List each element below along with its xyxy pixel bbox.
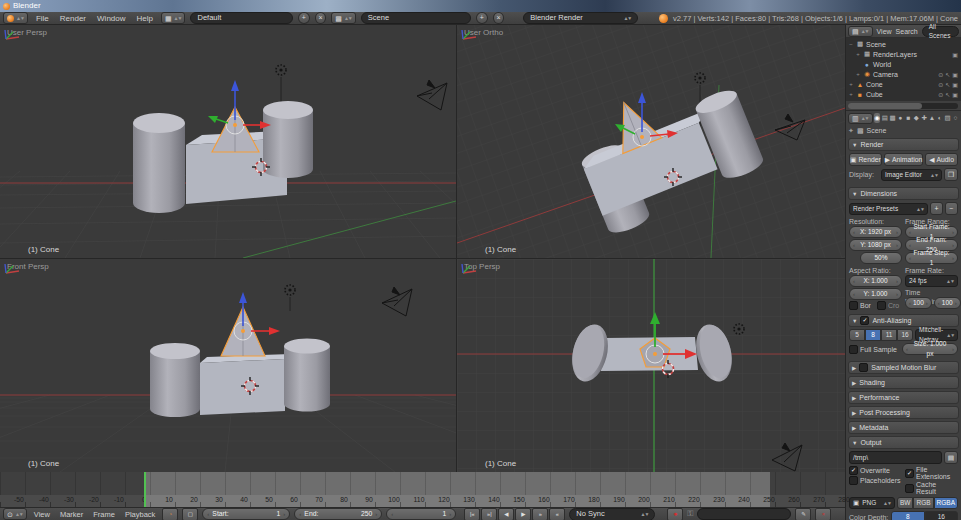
- auto-keyframe-record-button[interactable]: ●: [667, 508, 683, 520]
- right-cylinder-object[interactable]: [263, 101, 313, 178]
- lock-frame-toggle-icon[interactable]: ▢: [182, 508, 198, 520]
- end-frame-field[interactable]: ‹ End:250 ›: [294, 508, 382, 520]
- camera-object[interactable]: [417, 80, 447, 110]
- play-button[interactable]: ▶: [515, 508, 531, 520]
- current-frame-field[interactable]: ‹ 1 ›: [386, 508, 456, 520]
- render-button[interactable]: ▣Render: [849, 153, 882, 166]
- scene-delete-button[interactable]: ×: [493, 12, 505, 24]
- tab-modifiers-icon[interactable]: ✚: [921, 113, 928, 123]
- outliner-item-cube[interactable]: + ■ Cube ⊙↖▣: [846, 89, 961, 99]
- outliner-scrollbar[interactable]: [848, 103, 958, 109]
- camera-object[interactable]: [382, 287, 412, 316]
- scene-thumbnail-icon[interactable]: ▩▲▼: [331, 12, 356, 24]
- tab-object-icon[interactable]: ■: [905, 113, 912, 123]
- mini-axis-gizmo[interactable]: [0, 25, 22, 45]
- timeline-menu-marker[interactable]: Marker: [57, 510, 86, 519]
- expand-icon[interactable]: +: [848, 81, 854, 87]
- frame-step-field[interactable]: ‹Frame Step: 1›: [905, 252, 958, 264]
- timeline-menu-frame[interactable]: Frame: [90, 510, 118, 519]
- timeline-menu-playback[interactable]: Playback: [122, 510, 158, 519]
- outliner-filter-dropdown[interactable]: All Scenes: [922, 26, 959, 37]
- panel-header-dimensions[interactable]: ▼Dimensions: [848, 187, 959, 200]
- remap-old-field[interactable]: ‹100›: [905, 297, 932, 309]
- current-frame-playhead[interactable]: [144, 472, 146, 507]
- scene-selector[interactable]: Scene: [361, 12, 471, 24]
- panel-header-performance[interactable]: ▶Performance: [848, 391, 959, 404]
- preset-remove-button[interactable]: −: [945, 202, 958, 215]
- channels-bw[interactable]: BW: [897, 497, 913, 509]
- mini-axis-gizmo[interactable]: [0, 259, 22, 279]
- channels-rgb[interactable]: RGB: [913, 497, 933, 509]
- new-window-icon[interactable]: ❐: [944, 168, 958, 181]
- depth-8[interactable]: 8: [891, 511, 925, 520]
- expand-icon[interactable]: −: [848, 41, 854, 47]
- panel-header-post-processing[interactable]: ▶Post Processing: [848, 406, 959, 419]
- visibility-icon[interactable]: ⊙: [938, 91, 943, 98]
- right-cylinder-object[interactable]: [284, 339, 330, 412]
- remap-new-field[interactable]: ‹100›: [934, 297, 961, 309]
- aa-size-field[interactable]: ‹Size: 1.000 px›: [902, 343, 958, 355]
- outliner-editor-type-icon[interactable]: ▤▲▼: [848, 26, 873, 37]
- tab-physics-icon[interactable]: ○: [952, 113, 959, 123]
- outliner-item-renderlayers[interactable]: + ▦ RenderLayers ▣: [846, 49, 961, 59]
- start-frame-field[interactable]: ‹ Start:1 ›: [202, 508, 290, 520]
- left-cylinder-object[interactable]: [133, 113, 185, 213]
- resolution-x-field[interactable]: ‹X: 1920 px›: [849, 226, 902, 238]
- depth-16[interactable]: 16: [925, 511, 959, 520]
- jump-to-start-button[interactable]: |«: [464, 508, 480, 520]
- layout-thumbnail-icon[interactable]: ▦▲▼: [161, 12, 186, 24]
- editor-type-button[interactable]: ▲▼: [3, 12, 28, 24]
- timeline-track[interactable]: [0, 472, 845, 495]
- viewport-user-ortho[interactable]: User Ortho (1) Cone: [457, 25, 845, 258]
- border-checkbox[interactable]: [849, 301, 858, 310]
- cache-result-checkbox[interactable]: [905, 484, 914, 493]
- properties-editor-type-icon[interactable]: ▥▲▼: [848, 113, 873, 124]
- outliner-item-world[interactable]: ● World: [846, 59, 961, 69]
- sync-dropdown[interactable]: No Sync▲▼: [569, 508, 655, 520]
- resolution-percentage-field[interactable]: 50%: [860, 252, 902, 264]
- selectability-icon[interactable]: ↖: [945, 91, 950, 98]
- anti-aliasing-checkbox[interactable]: ✓: [860, 316, 869, 325]
- mini-axis-gizmo[interactable]: [457, 259, 479, 279]
- mini-axis-gizmo[interactable]: [457, 25, 479, 45]
- audio-button[interactable]: ◀Audio: [925, 153, 958, 166]
- frame-rate-dropdown[interactable]: 24 fps▲▼: [905, 275, 958, 287]
- outliner-menu-view[interactable]: View: [877, 28, 892, 35]
- menu-file[interactable]: File: [33, 14, 52, 23]
- motion-blur-checkbox[interactable]: [859, 363, 868, 372]
- insert-keyframe-icon[interactable]: ✎: [795, 508, 811, 520]
- render-engine-selector[interactable]: Blender Render▲▼: [523, 12, 638, 24]
- preview-range-toggle-icon[interactable]: ◔: [162, 508, 178, 520]
- renderability-icon[interactable]: ▣: [952, 81, 958, 88]
- panel-header-shading[interactable]: ▶Shading: [848, 376, 959, 389]
- placeholders-checkbox[interactable]: [849, 476, 858, 485]
- tab-render-icon[interactable]: ◉: [874, 113, 881, 123]
- keying-set-field[interactable]: [697, 508, 791, 520]
- outliner-item-camera[interactable]: + ◉ Camera ⊙↖▣: [846, 69, 961, 79]
- render-toggle-icon[interactable]: ▣: [952, 51, 958, 58]
- tab-data-icon[interactable]: ▲: [929, 113, 936, 123]
- selectability-icon[interactable]: ↖: [945, 81, 950, 88]
- expand-icon[interactable]: +: [855, 51, 861, 57]
- tab-render-layers-icon[interactable]: ▤: [881, 113, 888, 123]
- renderability-icon[interactable]: ▣: [952, 91, 958, 98]
- panel-header-render[interactable]: ▼Render: [848, 138, 959, 151]
- aa-samples-8[interactable]: 8: [865, 329, 881, 341]
- panel-header-output[interactable]: ▼Output: [848, 436, 959, 449]
- viewport-front-persp[interactable]: Front Persp (1) Cone: [0, 259, 456, 472]
- prev-keyframe-button[interactable]: ◀: [498, 508, 514, 520]
- aspect-x-field[interactable]: ‹X: 1.000›: [849, 275, 902, 287]
- aa-samples-11[interactable]: 11: [881, 329, 897, 341]
- tab-world-icon[interactable]: ●: [897, 113, 904, 123]
- file-browse-icon[interactable]: ▤: [944, 451, 958, 464]
- display-dropdown[interactable]: Image Editor▲▼: [881, 169, 942, 181]
- full-sample-checkbox[interactable]: [849, 345, 858, 354]
- expand-icon[interactable]: +: [848, 91, 854, 97]
- layout-selector[interactable]: Default: [190, 12, 293, 24]
- menu-help[interactable]: Help: [134, 14, 156, 23]
- render-presets-dropdown[interactable]: Render Presets▲▼: [849, 203, 928, 215]
- left-cylinder-object[interactable]: [150, 343, 200, 417]
- overwrite-checkbox[interactable]: ✓: [849, 466, 858, 475]
- scene-add-button[interactable]: +: [476, 12, 488, 24]
- jump-to-end-button[interactable]: »|: [481, 508, 497, 520]
